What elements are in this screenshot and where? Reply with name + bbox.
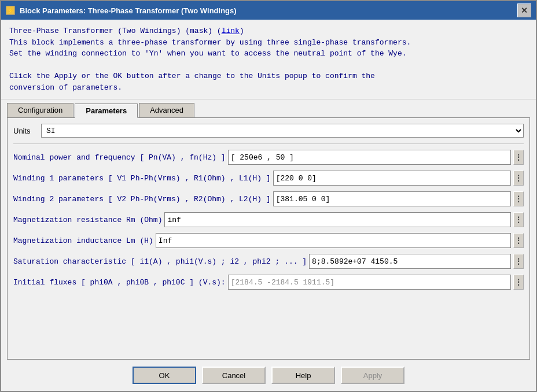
- param-label-initial-fluxes: Initial fluxes [ phi0A , phi0B , phi0C ]…: [13, 278, 226, 287]
- three-dots-nominal[interactable]: ⋮: [513, 150, 524, 165]
- bottom-bar: OK Cancel Help Apply: [1, 360, 536, 391]
- description-line1: Three-Phase Transformer (Two Windings) (…: [9, 25, 528, 37]
- help-button[interactable]: Help: [271, 367, 335, 384]
- param-row-mag-inductance: Magnetization inductance Lm (H) ⋮: [13, 232, 524, 249]
- param-label-mag-resistance: Magnetization resistance Rm (Ohm): [13, 216, 162, 224]
- description-line4: [9, 60, 528, 71]
- param-input-mag-inductance[interactable]: [156, 233, 511, 248]
- param-input-mag-resistance[interactable]: [164, 212, 511, 227]
- title-bar: ⚡ Block Parameters: Three-Phase Transfor…: [1, 1, 536, 20]
- title-bar-left: ⚡ Block Parameters: Three-Phase Transfor…: [6, 6, 237, 15]
- description-line6: conversion of parameters.: [9, 82, 528, 94]
- three-dots-winding2[interactable]: ⋮: [513, 191, 524, 206]
- params-area: Units SI pu Nominal power and frequency …: [7, 117, 530, 360]
- ok-button[interactable]: OK: [133, 367, 196, 384]
- description-line3: Set the winding connection to 'Yn' when …: [9, 48, 528, 60]
- param-label-saturation: Saturation characteristic [ i1(A) , phi1…: [13, 257, 307, 266]
- main-window: ⚡ Block Parameters: Three-Phase Transfor…: [0, 0, 537, 392]
- param-input-initial-fluxes[interactable]: [228, 275, 511, 290]
- param-label-winding2: Winding 2 parameters [ V2 Ph-Ph(Vrms) , …: [13, 195, 271, 204]
- window-title: Block Parameters: Three-Phase Transforme…: [20, 6, 237, 15]
- param-label-mag-inductance: Magnetization inductance Lm (H): [13, 236, 153, 245]
- units-label: Units: [13, 127, 36, 135]
- close-button[interactable]: ✕: [517, 3, 531, 17]
- cancel-button[interactable]: Cancel: [202, 367, 266, 384]
- desc-code2: ): [240, 27, 244, 35]
- three-dots-mag-inductance[interactable]: ⋮: [513, 233, 524, 248]
- desc-code: Three-Phase Transformer (Two Windings) (…: [9, 27, 222, 35]
- three-dots-mag-resistance[interactable]: ⋮: [513, 212, 524, 227]
- param-input-nominal[interactable]: [228, 150, 511, 165]
- param-input-saturation[interactable]: [309, 254, 511, 269]
- units-row: Units SI pu: [13, 124, 524, 138]
- separator1: [13, 143, 524, 144]
- three-dots-winding1[interactable]: ⋮: [513, 171, 524, 186]
- tabs-row: Configuration Parameters Advanced: [1, 99, 536, 117]
- param-label-nominal: Nominal power and frequency [ Pn(VA) , f…: [13, 153, 226, 162]
- apply-button[interactable]: Apply: [341, 367, 404, 384]
- param-input-winding1[interactable]: [273, 171, 511, 186]
- param-row-initial-fluxes: Initial fluxes [ phi0A , phi0B , phi0C ]…: [13, 273, 524, 291]
- units-select[interactable]: SI pu: [41, 124, 524, 138]
- tab-parameters[interactable]: Parameters: [75, 103, 138, 118]
- param-row-winding2: Winding 2 parameters [ V2 Ph-Ph(Vrms) , …: [13, 190, 524, 208]
- param-label-winding1: Winding 1 parameters [ V1 Ph-Ph(Vrms) , …: [13, 174, 271, 183]
- param-row-saturation: Saturation characteristic [ i1(A) , phi1…: [13, 253, 524, 270]
- param-input-winding2[interactable]: [273, 191, 511, 206]
- description-box: Three-Phase Transformer (Two Windings) (…: [1, 20, 536, 99]
- description-line2: This block implements a three-phase tran…: [9, 37, 528, 49]
- tab-configuration[interactable]: Configuration: [7, 103, 73, 117]
- param-row-winding1: Winding 1 parameters [ V1 Ph-Ph(Vrms) , …: [13, 169, 524, 187]
- param-row-mag-resistance: Magnetization resistance Rm (Ohm) ⋮: [13, 211, 524, 228]
- param-row-nominal: Nominal power and frequency [ Pn(VA) , f…: [13, 149, 524, 166]
- window-icon: ⚡: [6, 6, 15, 15]
- three-dots-saturation[interactable]: ⋮: [513, 254, 524, 269]
- desc-link[interactable]: link: [222, 27, 240, 35]
- description-line5: Click the Apply or the OK button after a…: [9, 71, 528, 82]
- three-dots-initial-fluxes[interactable]: ⋮: [513, 275, 524, 290]
- tab-advanced[interactable]: Advanced: [139, 103, 194, 117]
